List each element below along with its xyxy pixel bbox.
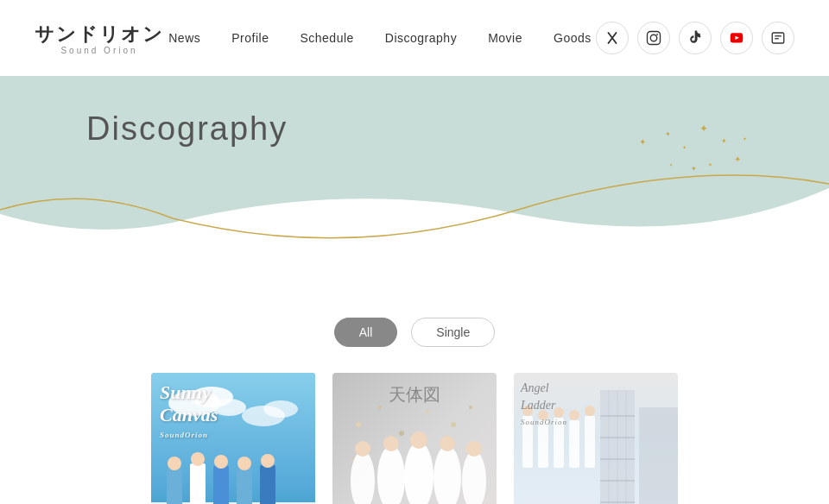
album-cover-2: 天体図 <box>332 373 497 504</box>
svg-text:✦: ✦ <box>669 162 673 167</box>
svg-point-24 <box>168 457 181 470</box>
album-card-tentaizu[interactable]: 天体図 <box>332 373 497 504</box>
svg-rect-69 <box>569 420 579 468</box>
stars-decoration: ✦ ✦ ✦ ✦ ✦ ✦ ✦ ✦ ✦ ✦ <box>622 119 760 209</box>
hero-section: ✦ ✦ ✦ ✦ ✦ ✦ ✦ ✦ ✦ ✦ Discography <box>0 76 829 283</box>
svg-point-2 <box>656 34 658 35</box>
svg-point-38 <box>451 422 456 427</box>
page-title: Discography <box>86 110 288 148</box>
youtube-icon[interactable] <box>720 22 753 54</box>
svg-rect-27 <box>213 466 229 504</box>
album-card-sunny-canvas[interactable]: Sunny Canvas SoundOrion <box>151 373 315 504</box>
instagram-icon[interactable] <box>637 22 670 54</box>
tiktok-icon[interactable] <box>679 22 712 54</box>
svg-point-30 <box>237 457 251 470</box>
svg-point-1 <box>650 35 657 41</box>
logo-japanese: サンドリオン <box>35 22 164 47</box>
album-cover-1: Sunny Canvas SoundOrion <box>151 373 315 504</box>
svg-rect-25 <box>190 463 206 504</box>
album-cover-3: Angel Ladder SoundOrion <box>514 373 678 504</box>
nav-schedule[interactable]: Schedule <box>300 31 353 45</box>
svg-point-21 <box>263 400 298 418</box>
logo[interactable]: サンドリオン Sound Orion <box>35 22 164 55</box>
svg-point-45 <box>383 436 399 451</box>
svg-text:✦: ✦ <box>691 165 697 173</box>
svg-point-37 <box>426 410 429 413</box>
svg-text:✦: ✦ <box>721 137 727 145</box>
svg-rect-71 <box>585 416 595 468</box>
svg-point-39 <box>469 406 472 409</box>
svg-text:✦: ✦ <box>743 136 747 142</box>
main-nav: News Profile Schedule Discography Movie … <box>168 31 592 45</box>
svg-rect-54 <box>639 407 678 504</box>
blog-icon[interactable] <box>762 22 794 54</box>
svg-rect-23 <box>167 468 182 504</box>
svg-rect-31 <box>260 465 275 504</box>
nav-news[interactable]: News <box>168 31 200 45</box>
svg-rect-29 <box>237 468 252 504</box>
svg-text:✦: ✦ <box>639 137 646 147</box>
nav-profile[interactable]: Profile <box>231 31 269 45</box>
nav-movie[interactable]: Movie <box>488 31 522 45</box>
svg-rect-0 <box>648 32 661 45</box>
logo-english: Sound Orion <box>60 46 137 55</box>
svg-point-70 <box>569 410 579 420</box>
svg-rect-3 <box>772 33 784 43</box>
svg-point-35 <box>378 406 382 409</box>
svg-text:✦: ✦ <box>682 145 687 150</box>
twitter-x-icon[interactable] <box>596 22 629 54</box>
filter-single-button[interactable]: Single <box>411 318 495 347</box>
filter-section: All Single <box>0 283 829 373</box>
svg-point-49 <box>440 436 455 451</box>
svg-text:✦: ✦ <box>734 154 741 164</box>
svg-point-26 <box>191 452 205 466</box>
filter-all-button[interactable]: All <box>334 318 398 347</box>
album-card-angel-ladder[interactable]: Angel Ladder SoundOrion <box>514 373 678 504</box>
nav-discography[interactable]: Discography <box>385 31 457 45</box>
svg-point-72 <box>585 406 595 416</box>
svg-text:✦: ✦ <box>699 123 708 135</box>
svg-point-34 <box>356 422 361 427</box>
svg-text:✦: ✦ <box>708 162 712 167</box>
svg-point-32 <box>261 454 275 468</box>
svg-point-43 <box>355 441 370 457</box>
social-icons <box>596 22 794 54</box>
header: サンドリオン Sound Orion News Profile Schedule… <box>0 0 829 76</box>
svg-point-28 <box>214 455 228 469</box>
svg-point-51 <box>466 441 482 457</box>
album-1-title-text: Sunny Canvas SoundOrion <box>160 381 218 440</box>
nav-goods[interactable]: Goods <box>554 31 592 45</box>
svg-point-36 <box>399 431 404 436</box>
album-2-title-text: 天体図 <box>389 383 440 406</box>
svg-point-47 <box>410 432 427 449</box>
album-grid: Sunny Canvas SoundOrion <box>0 373 829 504</box>
album-3-title-text: Angel Ladder SoundOrion <box>521 380 567 428</box>
svg-text:✦: ✦ <box>665 130 671 138</box>
